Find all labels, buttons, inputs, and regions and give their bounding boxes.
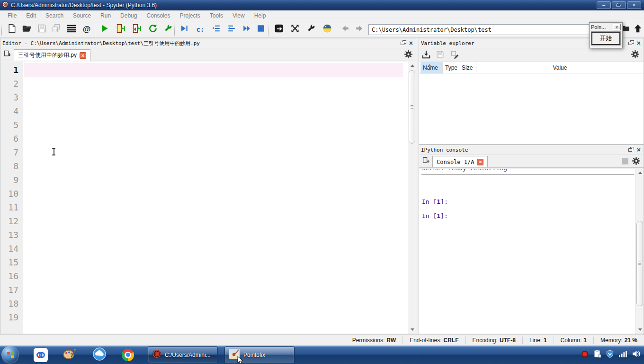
start-button[interactable] [1,346,19,364]
scroll-down-button[interactable] [636,326,644,334]
close-button[interactable]: × [627,1,641,9]
editor-browse-tabs-button[interactable] [2,49,13,60]
save-button[interactable] [36,23,48,36]
parent-directory-button[interactable] [632,23,644,36]
variable-explorer-toolbar [419,48,644,62]
continue-button[interactable] [241,23,253,36]
save-data-as-button[interactable] [450,50,460,60]
step-into-button[interactable] [210,23,223,36]
scroll-up-button[interactable] [636,169,644,176]
menu-edit[interactable]: Edit [21,11,41,20]
status-encoding: Encoding:UTF-8 [465,337,522,344]
menu-search[interactable]: Search [41,11,68,20]
record-icon[interactable] [581,350,589,360]
editor-dock-titlebar[interactable]: Editor - C:\Users\Administrator\Desktop\… [0,38,416,48]
console-scroll-thumb[interactable] [636,221,643,306]
editor-scrollbar[interactable] [408,62,416,334]
shield-icon[interactable] [606,350,614,360]
pointofix-titlebar[interactable]: Poin... x [590,23,622,31]
console-options-button[interactable] [632,157,642,166]
editor-close-button[interactable]: × [409,40,413,46]
pointofix-start-button[interactable]: 开始 [591,32,620,45]
console-output[interactable]: kernel ready restarting In [1]: In [1]: [419,169,644,334]
run-cell-button[interactable] [115,23,127,36]
minimize-button[interactable]: – [597,1,611,9]
taskbar-button-spyder[interactable]: C:/Users/Admini... [148,346,218,363]
pointofix-panel[interactable]: Poin... x 开始 [589,22,623,48]
menu-view[interactable]: View [228,11,250,20]
editor-float-button[interactable] [401,39,406,47]
tools-button[interactable] [305,23,317,36]
step-return-button[interactable] [225,23,238,36]
menu-consoles[interactable]: Consoles [142,11,175,20]
gear-icon [632,158,640,166]
interrupt-kernel-button[interactable] [622,158,628,164]
scroll-down-button[interactable] [408,326,416,334]
console-tab[interactable]: Console 1/A × [432,156,488,167]
pinned-chrome-button[interactable] [118,347,137,362]
menu-tools[interactable]: Tools [205,11,228,20]
current-line-highlight [24,63,403,77]
editor-file-tab[interactable]: 三引号使用中的妙用.py × [14,49,90,61]
menu-source[interactable]: Source [68,11,96,20]
console-prompt[interactable]: In [1]: [422,212,448,219]
new-file-button[interactable] [6,23,18,36]
console-float-button[interactable] [628,146,634,154]
debug-file-button[interactable] [178,23,190,36]
editor-tab-close-button[interactable]: × [80,52,86,59]
scroll-up-button[interactable] [408,62,416,69]
column-header-value[interactable]: Value [476,62,644,73]
restore-button[interactable] [612,1,626,9]
open-file-button[interactable] [21,23,33,36]
line-number: 16 [0,269,23,283]
menu-file[interactable]: File [3,11,21,20]
console-tab-close-button[interactable]: × [477,159,483,165]
save-data-button[interactable] [436,50,446,60]
pointofix-close-button[interactable]: x [613,24,621,30]
clipboard-icon[interactable] [594,350,601,360]
column-header-size[interactable]: Size [459,62,476,73]
variable-explorer-float-button[interactable] [628,39,634,47]
menu-debug[interactable]: Debug [116,11,142,20]
editor-scroll-thumb[interactable] [409,70,415,144]
variable-explorer-options-button[interactable] [631,50,641,60]
menu-help[interactable]: Help [250,11,271,20]
pinned-knot-app-button[interactable] [31,347,50,362]
editor-options-button[interactable] [404,50,414,60]
console-browse-tabs-button[interactable] [420,155,432,167]
column-header-name[interactable]: Name [420,62,443,73]
column-header-type[interactable]: Type [443,62,459,73]
console-close-button[interactable]: × [637,147,641,153]
debug-cell-button[interactable]: c: [194,23,206,36]
volume-icon[interactable] [632,350,640,359]
file-switcher-button[interactable] [65,23,78,36]
save-all-button[interactable] [50,23,63,36]
symbol-finder-button[interactable]: @ [80,23,93,36]
configure-button[interactable] [162,23,174,36]
save-layout-button[interactable] [273,23,285,36]
import-data-button[interactable] [422,50,431,60]
menu-projects[interactable]: Projects [175,11,205,20]
console-scrollbar[interactable] [635,169,644,334]
nav-back-button[interactable] [339,23,351,36]
ipython-console-titlebar[interactable]: IPython console × [419,145,644,155]
code-editor[interactable]: 1 2 3 4 5 6 7 8 9 10 11 12 13 14 15 16 1… [0,62,416,334]
pinned-browser-app-button[interactable] [90,347,109,362]
variable-table-body[interactable] [419,74,644,144]
taskbar-button-pointofix[interactable]: Pointofix [224,346,295,363]
python-env-button[interactable] [321,23,333,36]
menu-run[interactable]: Run [96,11,116,20]
run-file-button[interactable] [98,23,111,36]
fullscreen-button[interactable] [289,23,301,36]
network-icon[interactable] [619,351,627,359]
pinned-paint-app-button[interactable] [60,347,79,362]
working-directory-input[interactable] [368,24,590,35]
editor-text-area[interactable] [24,63,403,334]
nav-forward-button[interactable] [353,23,366,36]
rerun-button[interactable] [147,23,159,36]
variable-explorer-close-button[interactable]: × [637,40,641,46]
stop-debug-button[interactable] [255,23,267,36]
editor-dock: Editor - C:\Users\Administrator\Desktop\… [0,38,416,334]
run-cell-advance-button[interactable] [131,23,143,36]
title-bar[interactable]: C:/Users/Administrator/Desktop/test - Sp… [0,0,644,10]
